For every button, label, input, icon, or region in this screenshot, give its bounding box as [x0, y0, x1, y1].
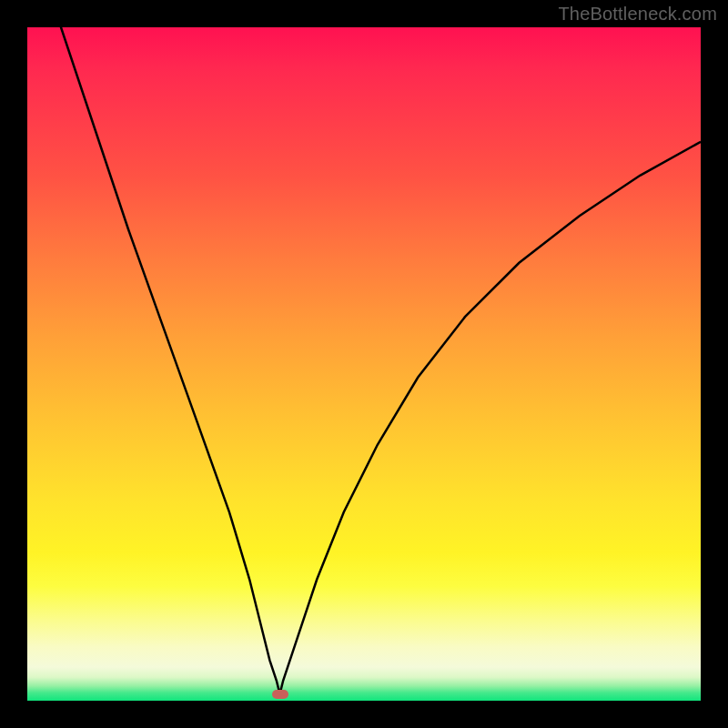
chart-frame: TheBottleneck.com: [0, 0, 728, 728]
watermark-text: TheBottleneck.com: [558, 4, 717, 25]
bottleneck-curve: [27, 27, 701, 694]
curve-layer: [27, 27, 701, 701]
plot-area: [27, 27, 701, 701]
optimal-point-marker: [272, 690, 288, 699]
